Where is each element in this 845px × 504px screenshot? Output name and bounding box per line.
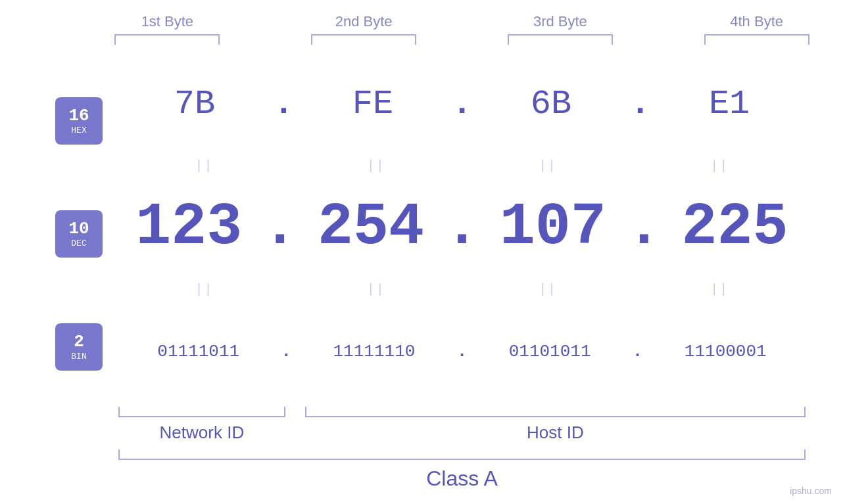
id-labels: Network ID Host ID [118, 423, 806, 443]
sep-icon-3: || [462, 158, 634, 173]
byte2-bracket [311, 34, 416, 45]
dec-b1-group: 123 [118, 194, 260, 261]
dec-badge-number: 10 [68, 220, 89, 237]
network-id-label: Network ID [118, 423, 285, 443]
hex-dot3: . [630, 85, 650, 124]
sep-icon-2: || [290, 158, 462, 173]
bin-dot2: . [457, 342, 468, 361]
watermark: ipshu.com [790, 486, 832, 496]
dec-b2-group: 254 [301, 194, 442, 261]
hex-b4-group: E1 [653, 85, 806, 124]
bin-dot3: . [633, 342, 643, 361]
main-container: 1st Byte 2nd Byte 3rd Byte 4th Byte 16 H… [0, 0, 845, 504]
hex-badge-label: HEX [71, 126, 86, 135]
sep-icon-6: || [290, 282, 462, 297]
hex-badge-number: 16 [68, 107, 89, 124]
bin-b3-group: 01101011 [470, 342, 630, 361]
sep-icon-7: || [462, 282, 634, 297]
dec-dot3: . [626, 194, 662, 261]
hex-b2: FE [352, 85, 393, 124]
hex-dot1: . [274, 85, 294, 124]
hex-b4: E1 [709, 85, 750, 124]
dec-badge-label: DEC [71, 239, 86, 248]
dec-b4: 225 [682, 194, 788, 261]
hex-b3-group: 6B [475, 85, 627, 124]
bin-dot1: . [281, 342, 292, 361]
rows-wrapper: 16 HEX 10 DEC 2 BIN 7B . FE [39, 51, 806, 443]
byte4-bracket [704, 34, 809, 45]
dec-b1: 123 [135, 194, 242, 261]
sep-hex-dec: || || || || [118, 156, 806, 175]
host-id-label: Host ID [305, 423, 806, 443]
class-section: Class A [118, 449, 806, 491]
byte4-col: 4th Byte [668, 13, 845, 45]
hex-badge: 16 HEX [55, 97, 103, 145]
bin-b2: 11111110 [333, 342, 416, 361]
byte3-bracket [508, 34, 613, 45]
bin-b3: 01101011 [509, 342, 591, 361]
byte3-col: 3rd Byte [472, 13, 649, 45]
hex-b3: 6B [531, 85, 571, 124]
byte2-col: 2nd Byte [276, 13, 452, 45]
dec-dot1: . [262, 194, 298, 261]
dec-b3-group: 107 [483, 194, 624, 261]
hex-dot2: . [452, 85, 472, 124]
sep-icon-8: || [634, 282, 806, 297]
dec-dot2: . [444, 194, 479, 261]
sep-icon-4: || [634, 158, 806, 173]
byte1-label: 1st Byte [141, 13, 193, 30]
bottom-brackets [118, 407, 806, 417]
dec-b3: 107 [500, 194, 606, 261]
byte1-bracket [114, 34, 220, 45]
byte-headers: 1st Byte 2nd Byte 3rd Byte 4th Byte [79, 13, 845, 45]
bin-b1-group: 01111011 [118, 342, 279, 361]
sep-dec-bin-icons: || || || || [118, 282, 806, 297]
class-bracket [118, 449, 806, 460]
hex-b2-group: FE [297, 85, 449, 124]
bin-badge-label: BIN [71, 352, 86, 361]
bin-badge: 2 BIN [55, 323, 103, 371]
byte3-label: 3rd Byte [533, 13, 587, 30]
sep-icon-1: || [118, 158, 290, 173]
host-id-bracket [305, 407, 806, 417]
dec-badge: 10 DEC [55, 210, 103, 258]
bin-b2-group: 11111110 [294, 342, 454, 361]
hex-b1-group: 7B [118, 85, 271, 124]
sep-dec-bin: || || || || [118, 281, 806, 299]
bin-b4: 11100001 [685, 342, 767, 361]
badges-col: 16 HEX 10 DEC 2 BIN [39, 51, 118, 443]
bin-row: 01111011 . 11111110 . 01101011 . 1110000… [118, 299, 806, 404]
dec-b2: 254 [318, 194, 424, 261]
bin-badge-number: 2 [74, 333, 84, 350]
byte1-col: 1st Byte [79, 13, 256, 45]
network-id-bracket [118, 407, 285, 417]
hex-b1: 7B [174, 85, 215, 124]
class-label: Class A [118, 467, 806, 491]
byte4-label: 4th Byte [730, 13, 783, 30]
hex-row: 7B . FE . 6B . E1 [118, 51, 806, 156]
bin-b4-group: 11100001 [645, 342, 806, 361]
sep-icon-5: || [118, 282, 290, 297]
dec-b4-group: 225 [664, 194, 806, 261]
bin-b1: 01111011 [157, 342, 239, 361]
dec-row: 123 . 254 . 107 . 225 [118, 175, 806, 280]
byte2-label: 2nd Byte [335, 13, 393, 30]
data-cols: 7B . FE . 6B . E1 || || [118, 51, 806, 443]
sep-hex-dec-icons: || || || || [118, 158, 806, 173]
